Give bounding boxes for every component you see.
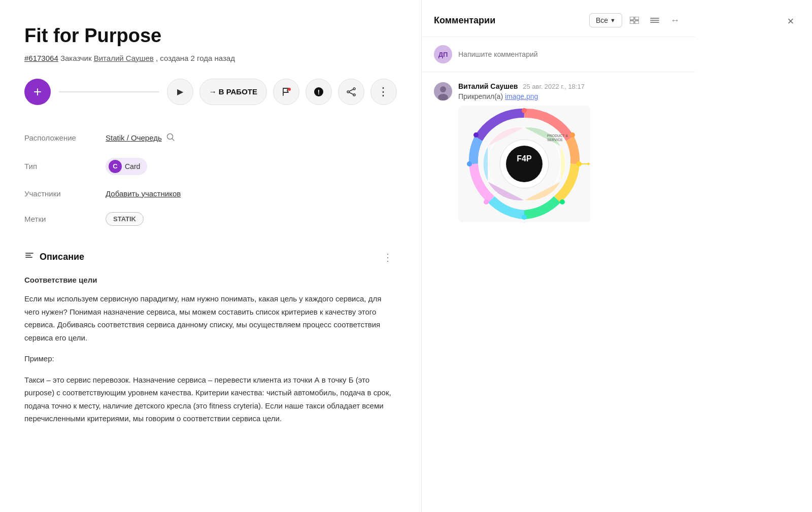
statik-tag[interactable]: STATIK (106, 212, 144, 226)
right-panel: Комментарии Все ▼ (421, 0, 695, 512)
filter-label: Все (596, 16, 608, 24)
desc-paragraph-3: Такси – это сервис перевозок. Назначение… (24, 373, 397, 425)
play-button[interactable]: ▶ (167, 79, 193, 105)
svg-point-29 (522, 108, 527, 113)
meta-pre-text: Заказчик (60, 54, 94, 62)
type-value: C Card (106, 151, 397, 182)
comment-input[interactable] (458, 50, 683, 58)
current-user-avatar: ДП (434, 45, 452, 63)
svg-point-34 (484, 199, 489, 204)
action-divider (59, 91, 159, 92)
description-menu-button[interactable]: ⋮ (379, 249, 397, 265)
comment-time: 25 авг. 2022 г., 18:17 (523, 83, 585, 90)
svg-rect-17 (650, 18, 659, 19)
close-button[interactable]: × (782, 12, 800, 30)
svg-point-8 (167, 133, 173, 139)
svg-point-21 (440, 86, 446, 92)
comments-list: Виталий Саушев 25 авг. 2022 г., 18:17 Пр… (422, 72, 695, 512)
svg-rect-19 (650, 22, 659, 23)
alert-button[interactable]: ! (306, 79, 332, 105)
attachment-link[interactable]: image.png (505, 92, 538, 100)
description-icon (24, 251, 35, 263)
left-panel: Fit for Purpose #6173064 Заказчик Витали… (0, 0, 421, 512)
description-title-row: Описание (24, 251, 84, 263)
card-meta: #6173064 Заказчик Виталий Саушев , созда… (24, 54, 397, 62)
svg-point-33 (522, 215, 527, 220)
type-badge[interactable]: C Card (106, 158, 147, 175)
svg-line-9 (172, 139, 174, 141)
add-participants-link[interactable]: Добавить участников (106, 189, 181, 198)
meta-post-text: , создана 2 года назад (156, 54, 235, 62)
tags-label: Метки (24, 205, 106, 233)
svg-line-7 (349, 92, 353, 94)
chevron-down-icon: ▼ (610, 17, 616, 23)
type-text: Card (125, 162, 140, 170)
desc-paragraph-2: Пример: (24, 352, 397, 365)
svg-text:!: ! (318, 88, 320, 96)
comment-author: Виталий Саушев (458, 82, 518, 90)
svg-point-27 (506, 146, 543, 182)
comment-meta: Виталий Саушев 25 авг. 2022 г., 18:17 (458, 82, 683, 90)
svg-rect-16 (635, 21, 639, 24)
location-label: Расположение (24, 125, 106, 151)
svg-line-6 (349, 89, 353, 91)
desc-paragraph-1: Если мы используем сервисную парадигму, … (24, 292, 397, 344)
type-label: Тип (24, 151, 106, 182)
comment-input-area: ДП (422, 37, 695, 72)
svg-point-35 (467, 161, 472, 166)
search-icon[interactable] (166, 132, 175, 144)
description-section: Описание ⋮ Соответствие цели Если мы исп… (24, 249, 397, 425)
svg-point-36 (473, 132, 479, 138)
participants-label: Участники (24, 182, 106, 205)
customer-link[interactable]: Виталий Саушев (94, 54, 154, 62)
comment-user-avatar (434, 82, 452, 100)
description-title: Описание (40, 252, 84, 262)
comment-body: Виталий Саушев 25 авг. 2022 г., 18:17 Пр… (458, 82, 683, 224)
comments-header: Комментарии Все ▼ (422, 0, 695, 37)
fields-grid: Расположение Statik / Очередь Тип C Card… (24, 125, 397, 233)
f4p-image: F4P PRODUCT & (458, 106, 600, 224)
status-button[interactable]: → В РАБОТЕ (199, 79, 267, 105)
svg-rect-15 (630, 21, 634, 24)
add-button[interactable]: + (24, 79, 51, 105)
description-content: Соответствие цели Если мы используем сер… (24, 274, 397, 425)
list-view-icon[interactable] (626, 12, 642, 28)
svg-point-5 (353, 94, 355, 96)
flag-button[interactable] (273, 79, 299, 105)
expand-icon[interactable]: ↔ (667, 12, 683, 28)
card-id-link[interactable]: #6173064 (24, 54, 58, 62)
location-value: Statik / Очередь (106, 125, 397, 151)
attachment-pre-text: Прикрепил(а) (458, 92, 505, 100)
svg-text:SERVICE: SERVICE (547, 138, 563, 142)
svg-point-3 (353, 88, 355, 90)
svg-text:PRODUCT &: PRODUCT & (547, 134, 568, 138)
comments-controls: Все ▼ ↔ (589, 12, 683, 28)
share-button[interactable] (338, 79, 364, 105)
svg-text:F4P: F4P (517, 154, 532, 163)
comments-title: Комментарии (434, 15, 495, 26)
location-link[interactable]: Statik / Очередь (106, 133, 162, 142)
card-title: Fit for Purpose (24, 24, 397, 48)
description-header: Описание ⋮ (24, 249, 397, 265)
comments-filter-dropdown[interactable]: Все ▼ (589, 13, 622, 27)
comment-text: Прикрепил(а) image.png (458, 92, 683, 100)
tags-value: STATIK (106, 205, 397, 233)
svg-point-4 (347, 91, 349, 93)
participants-value: Добавить участников (106, 182, 397, 205)
more-button[interactable]: ⋮ (370, 79, 397, 105)
actions-toolbar: + ▶ → В РАБОТЕ ! ⋮ (24, 79, 397, 105)
svg-point-0 (288, 88, 291, 91)
comment-item: Виталий Саушев 25 авг. 2022 г., 18:17 Пр… (434, 82, 683, 224)
svg-rect-18 (650, 20, 659, 21)
svg-point-32 (560, 199, 565, 204)
grid-view-icon[interactable] (647, 12, 663, 28)
svg-rect-14 (635, 17, 639, 20)
svg-rect-13 (630, 17, 634, 20)
type-circle: C (109, 160, 122, 173)
svg-point-30 (570, 132, 575, 138)
desc-heading: Соответствие цели (24, 274, 397, 287)
